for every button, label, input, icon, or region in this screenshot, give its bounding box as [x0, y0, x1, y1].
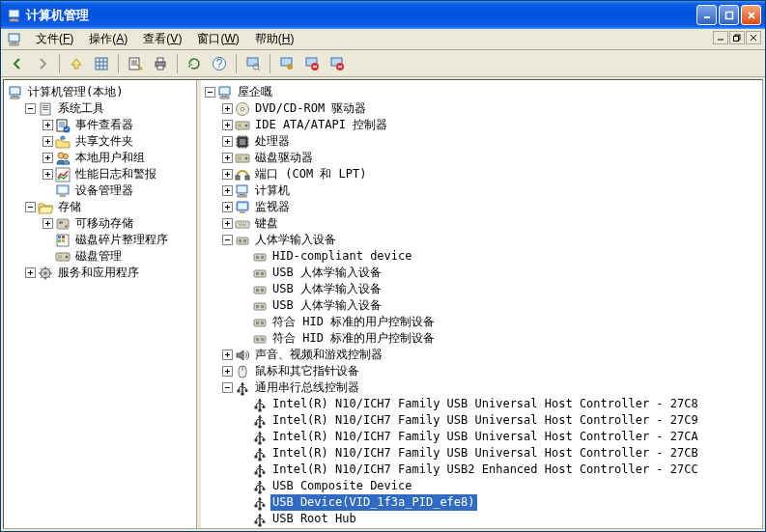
- expander-plus-icon[interactable]: [222, 136, 233, 147]
- up-button[interactable]: [66, 53, 87, 74]
- tree-row-dvd[interactable]: DVD/CD-ROM 驱动器: [222, 100, 762, 117]
- tree-row-system-tools[interactable]: 系统工具: [25, 100, 196, 117]
- print-button[interactable]: [150, 53, 171, 74]
- tree-row-hid[interactable]: 人体学输入设备: [222, 232, 762, 248]
- tree-row-local-users[interactable]: 本地用户和组: [43, 150, 196, 166]
- tree-row-defrag[interactable]: 磁盘碎片整理程序: [43, 232, 196, 248]
- tree-row-device[interactable]: Intel(R) N10/ICH7 Family USB Universal H…: [240, 396, 762, 412]
- usb-icon: [252, 413, 268, 429]
- tree-row-device[interactable]: Intel(R) N10/ICH7 Family USB Universal H…: [240, 445, 762, 462]
- tree-row-device[interactable]: Intel(R) N10/ICH7 Family USB2 Enhanced H…: [240, 462, 762, 478]
- tree-label: 设备管理器: [73, 182, 135, 199]
- expander-plus-icon[interactable]: [222, 185, 233, 196]
- refresh-button[interactable]: [184, 53, 205, 74]
- expander-plus-icon[interactable]: [222, 366, 233, 377]
- tree-label: 符合 HID 标准的用户控制设备: [270, 330, 437, 347]
- tree-row-device[interactable]: Intel(R) N10/ICH7 Family USB Universal H…: [240, 412, 762, 429]
- expander-plus-icon[interactable]: [222, 120, 233, 130]
- tree-row-device[interactable]: USB 人体学输入设备: [240, 265, 762, 281]
- tree-row-mouse[interactable]: 鼠标和其它指针设备: [222, 363, 762, 379]
- tree-row-usb[interactable]: 通用串行总线控制器: [222, 379, 762, 396]
- expander-plus-icon[interactable]: [43, 120, 53, 130]
- expander-plus-icon[interactable]: [222, 350, 233, 360]
- mdi-restore-button[interactable]: [729, 31, 745, 44]
- maximize-button[interactable]: [719, 5, 739, 25]
- refresh-icon: [186, 56, 202, 71]
- expander-plus-icon[interactable]: [222, 202, 233, 212]
- tree-row-event-viewer[interactable]: 事件查看器: [43, 117, 196, 133]
- tree-row-device-manager[interactable]: 设备管理器: [43, 182, 196, 199]
- expander-minus-icon[interactable]: [222, 235, 233, 245]
- expander-plus-icon[interactable]: [25, 267, 36, 278]
- tree-row-ide[interactable]: IDE ATA/ATAPI 控制器: [222, 117, 762, 133]
- disable-button[interactable]: [326, 53, 348, 74]
- tree-label: USB 人体学输入设备: [270, 297, 383, 314]
- arrow-left-icon: [10, 56, 25, 71]
- expander-plus-icon[interactable]: [222, 169, 233, 180]
- back-button[interactable]: [7, 53, 28, 74]
- expander-minus-icon[interactable]: [25, 202, 36, 212]
- expander-minus-icon[interactable]: [222, 382, 233, 393]
- tree-row-device[interactable]: 符合 HID 标准的用户控制设备: [240, 314, 762, 330]
- expander-minus-icon[interactable]: [205, 87, 215, 98]
- tree-label: 端口 (COM 和 LPT): [253, 166, 368, 182]
- left-tree[interactable]: 计算机管理(本地) 系统工具 事件查看器 共享文件夹 本地用户和组: [4, 80, 197, 528]
- tree-row-removable[interactable]: 可移动存储: [43, 215, 196, 232]
- right-tree[interactable]: 屋企嘅 DVD/CD-ROM 驱动器 IDE ATA/ATAPI 控制器 处理器…: [201, 80, 762, 528]
- tree-row-device[interactable]: HID-compliant device: [240, 248, 762, 265]
- tree-row-device[interactable]: USB 人体学输入设备: [240, 281, 762, 297]
- tree-row-shared-folders[interactable]: 共享文件夹: [43, 133, 196, 150]
- title-bar[interactable]: 计算机管理: [1, 1, 765, 29]
- tree-row-disk-drives[interactable]: 磁盘驱动器: [222, 150, 762, 166]
- tree-row-services[interactable]: 服务和应用程序: [25, 265, 196, 281]
- tree-row-computer-root[interactable]: 屋企嘅: [205, 84, 762, 100]
- tree-row-root[interactable]: 计算机管理(本地): [8, 84, 196, 100]
- tree-row-device[interactable]: USB 人体学输入设备: [240, 297, 762, 314]
- menu-view[interactable]: 查看(V): [135, 29, 189, 49]
- tree-label: USB Device(VID_1f3a_PID_efe8): [270, 494, 477, 511]
- menu-file[interactable]: 文件(F): [28, 29, 81, 49]
- views-button[interactable]: [91, 53, 112, 74]
- tree-row-device[interactable]: USB Device(VID_1f3a_PID_efe8): [240, 494, 762, 511]
- menu-window[interactable]: 窗口(W): [189, 29, 246, 49]
- expander-plus-icon[interactable]: [222, 153, 233, 163]
- tree-label: Intel(R) N10/ICH7 Family USB Universal H…: [270, 445, 700, 462]
- usb-icon: [252, 495, 268, 511]
- expander-plus-icon[interactable]: [222, 103, 233, 114]
- expander-plus-icon[interactable]: [43, 169, 53, 180]
- expander-plus-icon[interactable]: [43, 153, 53, 163]
- menu-action[interactable]: 操作(A): [81, 29, 135, 49]
- tree-row-monitor[interactable]: 监视器: [222, 199, 762, 215]
- expander-plus-icon[interactable]: [43, 136, 53, 147]
- expander-plus-icon[interactable]: [222, 218, 233, 229]
- tree-row-cpu[interactable]: 处理器: [222, 133, 762, 150]
- tree-row-device[interactable]: 符合 HID 标准的用户控制设备: [240, 330, 762, 347]
- expander-minus-icon[interactable]: [25, 103, 36, 114]
- close-button[interactable]: [741, 5, 761, 25]
- expander-plus-icon[interactable]: [43, 218, 53, 229]
- tree-label: 共享文件夹: [73, 133, 135, 150]
- forward-button[interactable]: [32, 53, 53, 74]
- properties-button[interactable]: [125, 53, 146, 74]
- usb-icon: [252, 430, 268, 445]
- tree-row-sound[interactable]: 声音、视频和游戏控制器: [222, 347, 762, 363]
- uninstall-button[interactable]: [301, 53, 323, 74]
- tree-row-storage[interactable]: 存储: [25, 199, 196, 215]
- tree-row-device[interactable]: USB Composite Device: [240, 478, 762, 494]
- menu-help[interactable]: 帮助(H): [247, 29, 302, 49]
- tree-row-device[interactable]: Intel(R) N10/ICH7 Family USB Universal H…: [240, 429, 762, 445]
- tree-row-perf-logs[interactable]: 性能日志和警报: [43, 166, 196, 182]
- minimize-button[interactable]: [696, 5, 717, 25]
- app-window: 计算机管理 文件(F) 操作(A) 查看(V) 窗口(W) 帮助(H): [0, 0, 766, 532]
- mdi-minimize-button[interactable]: [713, 31, 728, 44]
- scan-button[interactable]: [242, 53, 264, 74]
- tree-row-computer-cat[interactable]: 计算机: [222, 182, 762, 199]
- update-driver-button[interactable]: [276, 53, 298, 74]
- tree-row-keyboard[interactable]: 键盘: [222, 215, 762, 232]
- tree-label: USB 人体学输入设备: [270, 265, 383, 281]
- tree-row-ports[interactable]: 端口 (COM 和 LPT): [222, 166, 762, 182]
- tree-row-device[interactable]: USB Root Hub: [240, 511, 762, 527]
- mdi-close-button[interactable]: [746, 31, 761, 44]
- tree-row-disk-mgmt[interactable]: 磁盘管理: [43, 248, 196, 265]
- help-button[interactable]: [209, 53, 230, 74]
